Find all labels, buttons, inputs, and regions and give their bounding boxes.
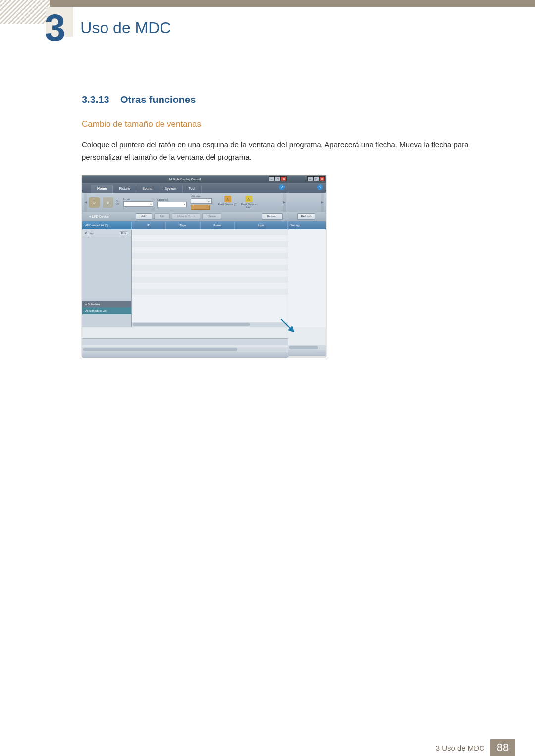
power-on-button[interactable]: ⏻ <box>89 197 100 208</box>
more-copy-button[interactable]: More & Copy <box>172 213 200 220</box>
side-button-bar: Refresh <box>288 212 326 221</box>
table-row <box>132 295 288 301</box>
group-edit-button[interactable]: Edit <box>119 231 128 235</box>
help-icon[interactable]: ? <box>279 184 285 190</box>
channel-label: Channel <box>157 198 187 201</box>
edit-button[interactable]: Edit <box>154 213 170 220</box>
volume-apply-button[interactable] <box>191 205 210 210</box>
subsection-title: Cambio de tamaño de ventanas <box>82 119 488 129</box>
schedule-header[interactable]: ▾ Schedule <box>82 301 131 307</box>
channel-dropdown[interactable]: ▾ <box>157 202 187 207</box>
side-table-header[interactable]: Setting <box>288 221 326 229</box>
maximize-button[interactable]: □ <box>275 176 281 181</box>
volume-slider[interactable]: ◂▸ <box>191 198 212 204</box>
power-off-label: Off <box>116 202 119 205</box>
refresh-button[interactable]: Refresh <box>262 213 283 220</box>
toolbar: ◀ ⏻ ⏻ On Off Input ▾ Channel ▾ Volume ◂▸ <box>82 193 288 212</box>
footer-scrollbar[interactable] <box>82 347 288 352</box>
content-area: 3.3.13 Otras funciones Cambio de tamaño … <box>82 94 488 357</box>
lfd-device-header[interactable]: ▾ LFD Device <box>89 215 136 219</box>
nav-left-icon[interactable]: ◀ <box>84 193 87 212</box>
table-row <box>132 283 288 289</box>
tab-picture[interactable]: Picture <box>113 185 136 193</box>
input-field: Input ▾ <box>123 198 153 207</box>
side-body <box>288 229 326 337</box>
page-footer: 3 Uso de MDC 88 <box>0 739 535 756</box>
minimize-button[interactable]: – <box>269 176 275 181</box>
group-row: Group Edit <box>82 229 131 237</box>
tab-system[interactable]: System <box>159 185 183 193</box>
table-row <box>132 241 288 247</box>
status-bar <box>82 352 288 358</box>
all-device-list[interactable]: All Device List (0) <box>82 221 131 229</box>
tab-tool[interactable]: Tool <box>183 185 202 193</box>
page-top-bar <box>0 0 535 7</box>
delete-button[interactable]: Delete <box>202 213 221 220</box>
diagonal-pattern <box>0 0 50 24</box>
th-power[interactable]: Power <box>201 221 235 229</box>
table-row <box>132 265 288 271</box>
body-paragraph: Coloque el puntero del ratón en una esqu… <box>82 138 488 163</box>
close-button[interactable]: ✕ <box>281 176 287 181</box>
section-title: Otras funciones <box>120 94 196 105</box>
tab-sound[interactable]: Sound <box>136 185 159 193</box>
side-status-bar <box>288 350 326 356</box>
section-number: 3.3.13 <box>82 94 109 105</box>
add-button[interactable]: Add <box>136 213 152 220</box>
side-minimize-button[interactable]: – <box>307 176 313 181</box>
side-nav-right-icon[interactable]: ▶ <box>321 193 324 212</box>
fault-device[interactable]: ⚠ Fault Device (0) <box>217 196 238 206</box>
table-row <box>132 235 288 241</box>
page-number: 88 <box>497 741 509 754</box>
window-titlebar[interactable]: Multiple Display Control – □ ✕ <box>82 176 288 183</box>
input-label: Input <box>123 198 153 201</box>
th-id[interactable]: ID <box>132 221 166 229</box>
side-refresh-button[interactable]: Refresh <box>297 213 315 220</box>
side-close-button[interactable]: ✕ <box>319 176 325 181</box>
button-bar: ▾ LFD Device Add Edit More & Copy Delete… <box>82 212 288 221</box>
table-row <box>132 289 288 295</box>
side-help-icon[interactable]: ? <box>317 184 323 190</box>
table-header-row: ID Type Power Input <box>132 221 288 229</box>
fault-alert[interactable]: ⚠ Fault Device Alert <box>238 196 259 209</box>
channel-field: Channel ▾ <box>157 198 187 207</box>
th-input[interactable]: Input <box>235 221 288 229</box>
section-heading: 3.3.13 Otras funciones <box>82 94 488 105</box>
app-footer <box>82 327 288 357</box>
input-dropdown[interactable]: ▾ <box>123 201 153 207</box>
chapter-number: 3 <box>45 11 65 45</box>
fault-group: ⚠ Fault Device (0) ⚠ Fault Device Alert <box>217 196 259 209</box>
table-row <box>132 247 288 253</box>
footer-text: 3 Uso de MDC <box>436 744 484 752</box>
table-row <box>132 271 288 277</box>
th-type[interactable]: Type <box>166 221 200 229</box>
side-window: – □ ✕ ? ▶ Refresh Setting <box>288 176 326 357</box>
horizontal-scrollbar[interactable] <box>132 322 288 327</box>
volume-label: Volume <box>191 195 212 198</box>
all-schedule-list[interactable]: All Schedule List <box>82 307 131 314</box>
table-row <box>132 253 288 259</box>
main-window: Multiple Display Control – □ ✕ Home Pict… <box>82 176 288 357</box>
window-title: Multiple Display Control <box>169 178 201 181</box>
fault-alert-icon: ⚠ <box>245 196 252 202</box>
chapter-title: Uso de MDC <box>80 19 171 37</box>
side-toolbar: ▶ <box>288 193 326 212</box>
sidebar: All Device List (0) Group Edit ▾ Schedul… <box>82 221 132 327</box>
table-row <box>132 277 288 283</box>
tab-home[interactable]: Home <box>91 185 113 193</box>
side-menubar: ? <box>288 183 326 193</box>
volume-field: Volume ◂▸ <box>191 195 212 210</box>
nav-right-icon[interactable]: ▶ <box>283 193 286 212</box>
side-titlebar[interactable]: – □ ✕ <box>288 176 326 183</box>
table-row <box>132 259 288 265</box>
app-body: All Device List (0) Group Edit ▾ Schedul… <box>82 221 288 327</box>
power-off-button[interactable]: ⏻ <box>103 197 113 208</box>
side-footer <box>288 327 326 357</box>
page-number-box: 88 <box>490 739 515 756</box>
side-scrollbar[interactable] <box>288 345 326 350</box>
side-maximize-button[interactable]: □ <box>313 176 319 181</box>
device-table: ID Type Power Input <box>132 221 288 327</box>
fault-device-icon: ⚠ <box>224 196 231 202</box>
side-window-controls: – □ ✕ <box>307 176 325 181</box>
group-label: Group <box>85 232 94 235</box>
